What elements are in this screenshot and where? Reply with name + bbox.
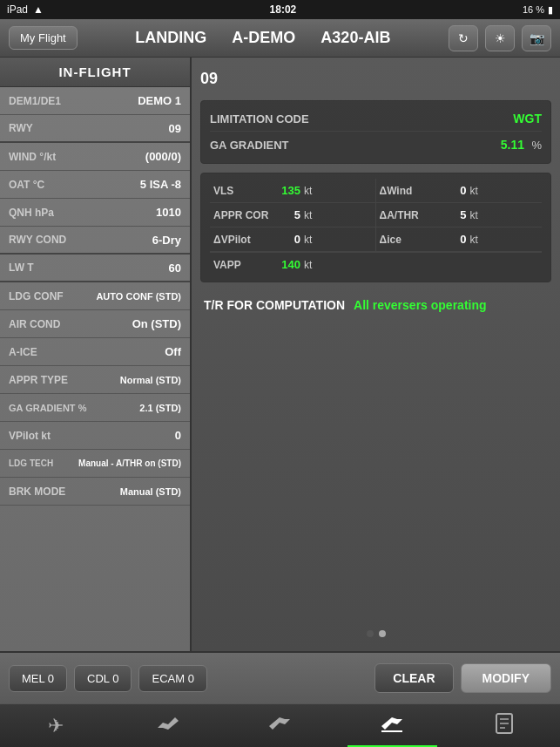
ldg-tech-label: LDG TECH xyxy=(9,458,53,468)
dice-label: Δice xyxy=(380,234,441,246)
dem1-value: DEMO 1 xyxy=(138,94,181,107)
appr-type-value: Normal (STD) xyxy=(120,375,181,385)
row-brk-mode[interactable]: BRK MODE Manual (STD) xyxy=(0,478,190,506)
qnh-label: QNH hPa xyxy=(9,207,54,219)
vls-unit: kt xyxy=(304,185,312,197)
speed-dathr: ΔA/THR 5 kt xyxy=(376,203,543,227)
status-bar: iPad ▲ 18:02 16 % ▮ xyxy=(0,0,560,19)
bottom-buttons: MEL 0 CDL 0 ECAM 0 CLEAR MODIFY xyxy=(0,651,560,703)
speed-appr-cor: APPR COR 5 kt xyxy=(210,203,376,227)
tab-reports[interactable] xyxy=(448,704,560,747)
right-panel: 09 LIMITATION CODE WGT GA GRADIENT 5.11 … xyxy=(192,58,560,651)
nav-section: LANDING xyxy=(125,29,217,47)
landing-icon xyxy=(380,714,404,738)
tr-row: T/R FOR COMPUTATION All reversers operat… xyxy=(200,291,551,319)
approach-icon xyxy=(267,714,292,738)
ldg-conf-value: AUTO CONF (STD) xyxy=(96,291,181,302)
modify-button[interactable]: MODIFY xyxy=(461,663,551,693)
clear-button[interactable]: CLEAR xyxy=(374,663,453,693)
camera-button[interactable]: 📷 xyxy=(522,25,551,51)
dwind-value: 0 xyxy=(441,184,467,197)
row-appr-type[interactable]: APPR TYPE Normal (STD) xyxy=(0,366,190,394)
nav-aircraft-id: A320-AIB xyxy=(310,29,401,47)
limitation-box: LIMITATION CODE WGT GA GRADIENT 5.11 % xyxy=(200,100,551,164)
rwy-cond-label: RWY COND xyxy=(9,234,66,246)
rwy-label: RWY xyxy=(9,122,33,134)
row-air-cond[interactable]: AIR COND On (STD) xyxy=(0,310,190,338)
speed-dice: Δice 0 kt xyxy=(376,227,543,252)
vpilot-label: VPilot kt xyxy=(9,430,51,442)
row-rwy[interactable]: RWY 09 xyxy=(0,115,190,143)
main-content: IN-FLIGHT DEM1/DE1 DEMO 1 RWY 09 WIND °/… xyxy=(0,58,560,651)
panel-header: IN-FLIGHT xyxy=(0,58,190,87)
dvpilot-unit: kt xyxy=(304,234,312,246)
brk-mode-label: BRK MODE xyxy=(9,486,65,498)
limitation-row: LIMITATION CODE WGT xyxy=(210,106,542,132)
dice-value: 0 xyxy=(441,233,467,246)
wind-value: (000/0) xyxy=(145,150,181,163)
cdl-button[interactable]: CDL 0 xyxy=(74,665,132,692)
tab-takeoff[interactable] xyxy=(112,704,225,747)
row-oat[interactable]: OAT °C 5 ISA -8 xyxy=(0,171,190,199)
speed-dwind: ΔWind 0 kt xyxy=(376,179,543,203)
speed-dvpilot: ΔVPilot 0 kt xyxy=(210,227,376,252)
spacer xyxy=(200,328,551,616)
row-ldg-tech[interactable]: LDG TECH Manual - A/THR on (STD) xyxy=(0,450,190,478)
wifi-icon: ▲ xyxy=(33,3,44,16)
oat-value: 5 ISA -8 xyxy=(140,178,181,191)
row-aice[interactable]: A-ICE Off xyxy=(0,338,190,366)
vls-label: VLS xyxy=(213,185,274,197)
air-cond-value: On (STD) xyxy=(132,317,181,330)
limitation-code-label: LIMITATION CODE xyxy=(210,112,309,126)
oat-label: OAT °C xyxy=(9,179,44,191)
data-rows: DEM1/DE1 DEMO 1 RWY 09 WIND °/kt (000/0)… xyxy=(0,87,190,651)
tab-flight[interactable]: ✈ xyxy=(0,704,112,747)
dathr-label: ΔA/THR xyxy=(380,209,441,221)
dathr-value: 5 xyxy=(441,208,467,221)
takeoff-icon xyxy=(156,714,180,738)
page-dot-2 xyxy=(379,630,386,637)
mel-button[interactable]: MEL 0 xyxy=(9,665,67,692)
row-ga-gradient[interactable]: GA GRADIENT % 2.1 (STD) xyxy=(0,394,190,422)
left-panel: IN-FLIGHT DEM1/DE1 DEMO 1 RWY 09 WIND °/… xyxy=(0,58,192,651)
row-ldg-conf[interactable]: LDG CONF AUTO CONF (STD) xyxy=(0,282,190,310)
row-lw[interactable]: LW T 60 xyxy=(0,255,190,282)
nav-flight-id: A-DEMO xyxy=(221,29,306,47)
vapp-unit: kt xyxy=(304,259,312,271)
refresh-button[interactable]: ↻ xyxy=(449,25,478,51)
status-right: 16 % ▮ xyxy=(523,4,553,16)
tab-landing[interactable] xyxy=(336,704,449,747)
appr-cor-label: APPR COR xyxy=(213,209,274,221)
my-flight-button[interactable]: My Flight xyxy=(9,26,78,50)
tab-bar: ✈ xyxy=(0,703,560,747)
air-cond-label: AIR COND xyxy=(9,318,60,330)
vapp-label: VAPP xyxy=(213,259,274,271)
dvpilot-label: ΔVPilot xyxy=(213,234,274,246)
tab-approach[interactable] xyxy=(224,704,336,747)
page-dot-1 xyxy=(367,630,374,637)
limitation-code-value: WGT xyxy=(513,112,542,126)
appr-type-label: APPR TYPE xyxy=(9,374,68,386)
rwy-value: 09 xyxy=(169,122,181,135)
ga-gradient-right-label: GA GRADIENT xyxy=(210,139,289,152)
ga-gradient-label: GA GRADIENT % xyxy=(9,403,86,413)
aice-label: A-ICE xyxy=(9,346,37,358)
row-qnh[interactable]: QNH hPa 1010 xyxy=(0,199,190,227)
speeds-box: VLS 135 kt ΔWind 0 kt APPR COR 5 kt ΔA/T… xyxy=(200,173,551,282)
dice-unit: kt xyxy=(470,234,478,246)
qnh-value: 1010 xyxy=(156,206,181,219)
row-dem1: DEM1/DE1 DEMO 1 xyxy=(0,87,190,115)
row-vpilot[interactable]: VPilot kt 0 xyxy=(0,422,190,450)
ga-gradient-right-value: 5.11 xyxy=(501,138,524,152)
row-wind[interactable]: WIND °/kt (000/0) xyxy=(0,143,190,171)
rwy-cond-value: 6-Dry xyxy=(152,234,181,247)
tr-label: T/R FOR COMPUTATION xyxy=(204,298,345,312)
nav-right-icons: ↻ ☀ 📷 xyxy=(449,25,551,51)
flight-icon: ✈ xyxy=(48,715,64,737)
brightness-button[interactable]: ☀ xyxy=(485,25,515,51)
battery-label: 16 % xyxy=(523,4,544,15)
pagination xyxy=(200,625,551,642)
row-rwy-cond[interactable]: RWY COND 6-Dry xyxy=(0,227,190,255)
ecam-button[interactable]: ECAM 0 xyxy=(138,665,206,692)
battery-icon: ▮ xyxy=(548,4,553,16)
